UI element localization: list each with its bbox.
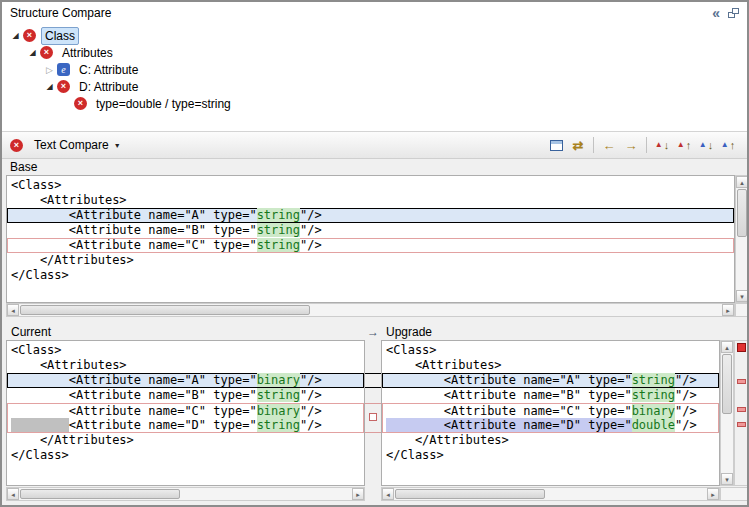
base-code-pane[interactable]: <Class> <Attributes> <Attribute name="A"… bbox=[6, 175, 735, 303]
viewer-menu-dropdown-icon[interactable]: ▼ bbox=[114, 142, 121, 149]
overview-ruler[interactable] bbox=[734, 340, 749, 486]
structure-tree: ◢×Class◢×Attributes▷eC: Attribute◢×D: At… bbox=[2, 24, 747, 112]
code-line[interactable]: <Attributes> bbox=[382, 358, 719, 373]
copy-all-left-to-right-button[interactable]: → bbox=[620, 135, 642, 155]
conflict-connector-bottom bbox=[365, 432, 381, 433]
code-line[interactable]: <Attributes> bbox=[7, 193, 734, 208]
expander-icon[interactable]: ◢ bbox=[8, 31, 23, 40]
code-line[interactable]: <Attribute name="A" type="string"/> bbox=[382, 373, 719, 388]
upgrade-code-pane[interactable]: <Class> <Attributes> <Attribute name="A"… bbox=[381, 340, 720, 486]
next-change-button[interactable]: ▲↓ bbox=[695, 135, 717, 155]
scroll-down-icon[interactable]: ▾ bbox=[736, 290, 748, 302]
scrollbar-thumb[interactable] bbox=[737, 189, 747, 237]
code-line[interactable]: <Attribute name="C" type="binary"/> bbox=[7, 403, 364, 418]
change-icon: × bbox=[57, 80, 70, 93]
tree-item[interactable]: ▷eC: Attribute bbox=[2, 61, 747, 78]
code-line[interactable]: </Attributes> bbox=[7, 253, 734, 268]
swap-panes-button[interactable]: ⇄ bbox=[567, 135, 589, 155]
code-line[interactable]: <Attribute name="A" type="string"/> bbox=[7, 208, 734, 223]
scrollbar-corner bbox=[720, 487, 749, 501]
conflict-handle[interactable] bbox=[369, 413, 377, 421]
tree-item[interactable]: ◢×Attributes bbox=[2, 44, 747, 61]
code-line[interactable]: <Attribute name="D" type="string"/> bbox=[7, 418, 364, 433]
current-pane-label: Current bbox=[11, 325, 51, 339]
code-line[interactable]: <Class> bbox=[382, 343, 719, 358]
scroll-left-icon[interactable]: ◂ bbox=[382, 488, 394, 500]
code-segment: <Attribute name="D" type=" bbox=[69, 418, 257, 432]
tree-item[interactable]: ◢×Class bbox=[2, 27, 747, 44]
collapse-panel-icon[interactable]: « bbox=[712, 6, 720, 20]
previous-change-button[interactable]: ▲↑ bbox=[717, 135, 739, 155]
change-icon: × bbox=[74, 97, 87, 110]
code-line[interactable]: <Attribute name="B" type="string"/> bbox=[7, 223, 734, 238]
arrow-glyph: ↑ bbox=[686, 140, 692, 151]
center-header: → bbox=[365, 323, 381, 340]
code-line[interactable]: <Attributes> bbox=[7, 358, 364, 373]
scroll-down-icon[interactable]: ▾ bbox=[721, 473, 733, 485]
delta-glyph: ▲ bbox=[677, 141, 685, 149]
current-pane-header: Current bbox=[6, 323, 365, 340]
tree-item[interactable]: ×type=double / type=string bbox=[2, 95, 747, 112]
code-line[interactable]: <Attribute name="A" type="binary"/> bbox=[7, 373, 364, 388]
scroll-left-icon[interactable]: ◂ bbox=[7, 304, 19, 316]
toolbar-separator bbox=[593, 137, 594, 153]
scrollbar-thumb[interactable] bbox=[20, 489, 180, 499]
overview-marker[interactable] bbox=[737, 407, 746, 412]
scrollbar-thumb[interactable] bbox=[722, 354, 732, 414]
scroll-up-icon[interactable]: ▴ bbox=[721, 341, 733, 353]
upgrade-pane-header: Upgrade bbox=[381, 323, 720, 340]
code-line[interactable]: <Attribute name="B" type="string"/> bbox=[382, 388, 719, 403]
code-line[interactable]: </Attributes> bbox=[382, 433, 719, 448]
base-horizontal-scrollbar[interactable]: ◂ ▸ bbox=[6, 303, 735, 317]
code-segment: "/> bbox=[300, 404, 322, 418]
scroll-left-icon[interactable]: ◂ bbox=[7, 488, 19, 500]
current-horizontal-scrollbar[interactable]: ◂ ▸ bbox=[6, 487, 365, 501]
scrollbar-thumb[interactable] bbox=[20, 305, 310, 315]
scroll-right-icon[interactable]: ▸ bbox=[707, 488, 719, 500]
overview-marker-selected[interactable] bbox=[737, 343, 746, 352]
code-line[interactable]: <Attribute name="C" type="binary"/> bbox=[382, 403, 719, 418]
restore-panel-icon[interactable] bbox=[728, 8, 739, 18]
scroll-right-icon[interactable]: ▸ bbox=[722, 304, 734, 316]
scroll-right-icon[interactable]: ▸ bbox=[352, 488, 364, 500]
selected-diff-connector-bottom bbox=[365, 387, 381, 388]
code-line[interactable]: <Attribute name="D" type="double"/> bbox=[382, 418, 719, 433]
current-code-pane[interactable]: <Class> <Attributes> <Attribute name="A"… bbox=[6, 340, 365, 486]
code-line[interactable]: </Class> bbox=[382, 448, 719, 463]
code-segment: </Class> bbox=[11, 448, 69, 462]
code-segment: <Class> bbox=[386, 343, 437, 357]
merge-direction-icon[interactable]: → bbox=[367, 325, 379, 339]
next-difference-button[interactable]: ▲↓ bbox=[651, 135, 673, 155]
code-line[interactable]: <Attribute name="C" type="string"/> bbox=[7, 238, 734, 253]
upgrade-horizontal-scrollbar[interactable]: ◂ ▸ bbox=[381, 487, 720, 501]
expander-icon[interactable]: ▷ bbox=[42, 65, 57, 75]
code-segment: <Attribute name="A" type=" bbox=[11, 208, 257, 222]
scrollbar-thumb[interactable] bbox=[395, 489, 545, 499]
copy-all-right-to-left-button[interactable]: ← bbox=[598, 135, 620, 155]
code-line[interactable]: <Class> bbox=[7, 178, 734, 193]
code-line[interactable]: </Class> bbox=[7, 448, 364, 463]
tree-item-label: C: Attribute bbox=[75, 61, 142, 79]
upgrade-vertical-scrollbar[interactable]: ▴ ▾ bbox=[720, 340, 734, 486]
code-segment: "/> bbox=[675, 404, 697, 418]
code-segment: "/> bbox=[300, 388, 322, 402]
tree-item[interactable]: ◢×D: Attribute bbox=[2, 78, 747, 95]
code-line[interactable]: </Class> bbox=[7, 268, 734, 283]
scroll-up-icon[interactable]: ▴ bbox=[736, 176, 748, 188]
code-segment: <Attribute name="A" type=" bbox=[11, 373, 257, 387]
code-segment: string bbox=[257, 238, 300, 252]
code-segment: "/> bbox=[300, 418, 322, 432]
previous-difference-button[interactable]: ▲↑ bbox=[673, 135, 695, 155]
diff-connector-area bbox=[365, 340, 381, 486]
code-line[interactable]: <Attribute name="B" type="string"/> bbox=[7, 388, 364, 403]
expander-icon[interactable]: ◢ bbox=[42, 82, 57, 91]
base-vertical-scrollbar[interactable]: ▴ ▾ bbox=[735, 175, 749, 303]
code-line[interactable]: <Class> bbox=[7, 343, 364, 358]
code-segment: <Attribute name="B" type=" bbox=[11, 223, 257, 237]
overview-marker[interactable] bbox=[737, 379, 746, 384]
expander-icon[interactable]: ◢ bbox=[25, 48, 40, 57]
switch-view-button[interactable] bbox=[545, 135, 567, 155]
code-segment: <Attributes> bbox=[11, 358, 127, 372]
code-line[interactable]: </Attributes> bbox=[7, 433, 364, 448]
overview-marker[interactable] bbox=[737, 422, 746, 427]
